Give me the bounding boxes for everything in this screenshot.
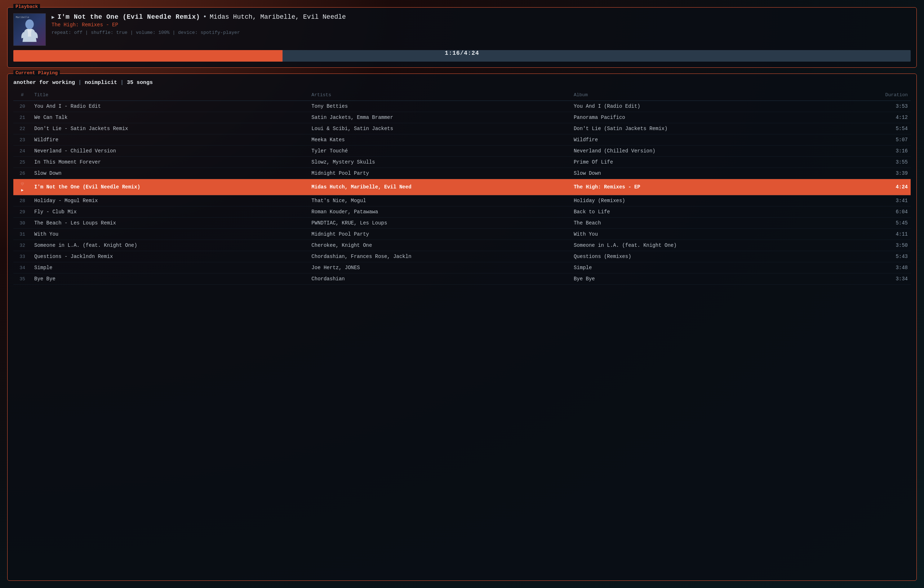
track-duration-cell: 3:39 [840, 168, 911, 179]
track-album-cell: Panorama Pacifico [571, 112, 840, 123]
now-playing-row: Maribelle ▶ I'm Not the One (Evil Needle… [13, 13, 911, 46]
current-playing-panel: Current Playing another for working | no… [7, 74, 917, 581]
table-row[interactable]: 32 Someone in L.A. (feat. Knight One) Ch… [13, 240, 911, 251]
play-now-icon: ▶ [21, 188, 24, 193]
track-title-cell: The Beach - Les Loups Remix [31, 217, 309, 229]
track-num: 29 [20, 209, 25, 215]
track-num-cell: 33 [13, 251, 31, 262]
track-num: 30 [20, 221, 25, 226]
track-title-cell: Fly - Club Mix [31, 206, 309, 217]
svg-text:Maribelle: Maribelle [16, 16, 29, 19]
col-title: Title [31, 91, 309, 101]
track-album-cell: Neverland (Chilled Version) [571, 145, 840, 157]
track-artists-cell: Roman Kouder, Patawawa [309, 206, 571, 217]
table-row[interactable]: 22 Don't Lie - Satin Jackets Remix Loui … [13, 123, 911, 134]
track-num: 32 [20, 243, 25, 248]
track-duration-cell: 6:04 [840, 206, 911, 217]
track-num: 26 [20, 171, 25, 176]
track-num-cell: ♡▶ [13, 179, 31, 195]
track-title-cell: Neverland - Chilled Version [31, 145, 309, 157]
table-row[interactable]: 21 We Can Talk Satin Jackets, Emma Bramm… [13, 112, 911, 123]
track-duration-cell: 3:53 [840, 101, 911, 112]
track-dot: • [203, 13, 207, 21]
track-duration-cell: 4:12 [840, 112, 911, 123]
track-artists-cell: Joe Hertz, JONES [309, 262, 571, 273]
play-icon: ▶ [51, 14, 54, 20]
track-duration-cell: 3:16 [840, 145, 911, 157]
track-album-cell: Someone in L.A. (feat. Knight One) [571, 240, 840, 251]
svg-point-2 [25, 20, 33, 29]
track-num-cell: 34 [13, 262, 31, 273]
col-artists: Artists [309, 91, 571, 101]
track-num: 33 [20, 254, 25, 259]
table-row[interactable]: 23 Wildfire Meeka Kates Wildfire 5:07 [13, 134, 911, 145]
track-num-cell: 28 [13, 195, 31, 206]
table-row[interactable]: 31 With You Midnight Pool Party With You… [13, 229, 911, 240]
table-row[interactable]: 28 Holiday - Mogul Remix That's Nice, Mo… [13, 195, 911, 206]
track-duration-cell: 4:24 [840, 179, 911, 195]
table-row[interactable]: 34 Simple Joe Hertz, JONES Simple 3:48 [13, 262, 911, 273]
track-num-cell: 30 [13, 217, 31, 229]
table-row[interactable]: 29 Fly - Club Mix Roman Kouder, Patawawa… [13, 206, 911, 217]
table-row[interactable]: 35 Bye Bye Chordashian Bye Bye 3:34 [13, 273, 911, 285]
track-num-cell: 20 [13, 101, 31, 112]
track-duration-cell: 3:50 [840, 240, 911, 251]
track-num-cell: 21 [13, 112, 31, 123]
track-album-cell: Simple [571, 262, 840, 273]
track-artists-cell: Midnight Pool Party [309, 168, 571, 179]
track-title-cell: Holiday - Mogul Remix [31, 195, 309, 206]
progress-bar[interactable]: 1:16/4:24 [13, 50, 911, 62]
track-num: 22 [20, 126, 25, 132]
table-row[interactable]: 30 The Beach - Les Loups Remix PWNDTIAC,… [13, 217, 911, 229]
track-num-cell: 26 [13, 168, 31, 179]
table-row[interactable]: ♡▶ I'm Not the One (Evil Needle Remix) M… [13, 179, 911, 195]
current-playing-label: Current Playing [13, 70, 60, 76]
table-row[interactable]: 26 Slow Down Midnight Pool Party Slow Do… [13, 168, 911, 179]
track-album-cell: Bye Bye [571, 273, 840, 285]
track-title-cell: You And I - Radio Edit [31, 101, 309, 112]
track-album-cell: The High: Remixes - EP [571, 179, 840, 195]
playlist-separator-1: | [78, 80, 85, 86]
track-album-cell: Wildfire [571, 134, 840, 145]
col-num: # [13, 91, 31, 101]
track-num: 28 [20, 198, 25, 204]
track-title-row: ▶ I'm Not the One (Evil Needle Remix) • … [51, 13, 911, 21]
playback-panel-label: Playback [13, 4, 40, 9]
track-album-cell: The Beach [571, 217, 840, 229]
table-row[interactable]: 20 You And I - Radio Edit Tony Betties Y… [13, 101, 911, 112]
playback-panel: Playback [7, 7, 917, 68]
progress-container[interactable]: 1:16/4:24 [13, 50, 911, 62]
track-title-cell: Slow Down [31, 168, 309, 179]
track-artists-cell: Meeka Kates [309, 134, 571, 145]
track-duration-cell: 5:07 [840, 134, 911, 145]
col-duration: Duration [840, 91, 911, 101]
playlist-owner: noimplicit [85, 80, 117, 86]
table-row[interactable]: 25 In This Moment Forever Slowz, Mystery… [13, 157, 911, 168]
track-artists-cell: Midas Hutch, Maribelle, Evil Need [309, 179, 571, 195]
track-title-cell: In This Moment Forever [31, 157, 309, 168]
track-title-cell: Bye Bye [31, 273, 309, 285]
track-num: 31 [20, 232, 25, 237]
track-num-cell: 24 [13, 145, 31, 157]
track-duration-cell: 5:54 [840, 123, 911, 134]
track-table: # Title Artists Album Duration 20 You An… [13, 91, 911, 285]
track-album-cell: Questions (Remixes) [571, 251, 840, 262]
track-duration-cell: 3:41 [840, 195, 911, 206]
table-row[interactable]: 33 Questions - Jacklndn Remix Chordashia… [13, 251, 911, 262]
playlist-name: another for working [13, 80, 75, 86]
track-title-cell: We Can Talk [31, 112, 309, 123]
track-duration-cell: 5:43 [840, 251, 911, 262]
playback-meta: repeat: off | shuffle: true | volume: 10… [51, 30, 911, 35]
track-album-cell: Back to Life [571, 206, 840, 217]
table-row[interactable]: 24 Neverland - Chilled Version Tyler Tou… [13, 145, 911, 157]
track-album-cell: Slow Down [571, 168, 840, 179]
track-num-cell: 23 [13, 134, 31, 145]
track-num: 25 [20, 160, 25, 165]
track-num: 24 [20, 148, 25, 154]
track-duration-cell: 3:55 [840, 157, 911, 168]
track-num-cell: 25 [13, 157, 31, 168]
track-num: 20 [20, 104, 25, 109]
track-duration-cell: 3:34 [840, 273, 911, 285]
track-artists-cell: PWNDTIAC, KRUE, Les Loups [309, 217, 571, 229]
track-album-cell: Holiday (Remixes) [571, 195, 840, 206]
